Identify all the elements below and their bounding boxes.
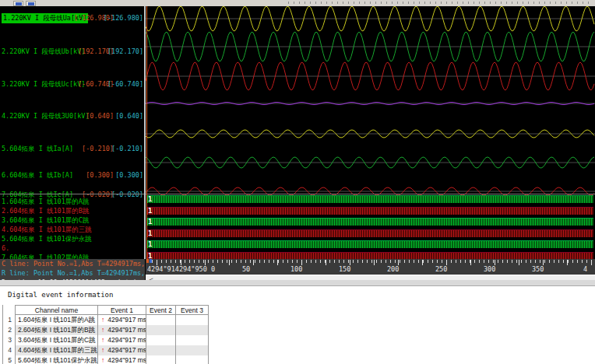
table-cell: 4.604拓泉 I 线101屏的三跳 <box>16 345 98 355</box>
digital-state-bar: 1 <box>147 195 593 203</box>
major-tick <box>229 260 230 265</box>
time-ruler[interactable]: 4294"914294"950 0501001502002503003504 <box>146 259 595 275</box>
table-cell <box>176 325 209 335</box>
table-row[interactable]: 33.604拓泉 I 线101屏的C跳↑4294"917 ms <box>5 335 209 345</box>
table-cell <box>176 335 209 345</box>
analog-channel-row[interactable]: 2.220KV I 段母线Ub[kV][192.170][192.170] <box>0 47 145 57</box>
row-number <box>5 305 15 315</box>
table-cell <box>146 355 176 364</box>
channel-label: 2.220KV I 段母线Ub[kV] <box>2 47 85 57</box>
time-label: 350 <box>532 265 544 273</box>
analog-digital-divider <box>0 194 595 194</box>
event-info-section: Digital event information Channel nameEv… <box>0 286 595 364</box>
digital-state-bar: 1 <box>147 218 593 226</box>
time-label: 200 <box>387 265 399 273</box>
value-secondary: [0.640] <box>115 111 143 121</box>
major-tick <box>157 260 157 265</box>
digital-channel-row[interactable]: 2.604拓泉 I 线101屏的B跳 <box>0 206 145 215</box>
table-cell <box>146 345 176 355</box>
time-label: 150 <box>339 265 350 273</box>
major-tick <box>181 260 181 265</box>
major-tick <box>277 260 278 265</box>
row-number: 1 <box>5 315 15 325</box>
cursor-c-flag <box>146 259 149 263</box>
major-tick <box>591 260 592 265</box>
analog-channel-row[interactable]: 4.220KV I 段母线3U0[kV][0.640][0.640] <box>0 111 145 121</box>
row-number: 4 <box>5 345 15 355</box>
analog-channel-row[interactable]: 6.604拓泉 I 线Ib[A][0.300][0.300] <box>0 170 145 180</box>
ruler-fragment <box>288 2 592 4</box>
value-secondary: [0.300] <box>115 170 143 180</box>
digital-channel-row[interactable]: 5.604拓泉 I 线101保护永跳 <box>0 234 145 243</box>
value-secondary: [-60.740] <box>107 79 143 89</box>
analog-channel-row[interactable]: 3.220KV I 段母线Uc[kV][-60.740][-60.740] <box>0 79 145 89</box>
table-cell <box>176 315 209 325</box>
state-value: 1 <box>148 252 152 259</box>
table-cell: ↑4294"917 ms <box>98 345 146 355</box>
value-secondary: [-0.210] <box>111 144 143 154</box>
table-cell: 2.604拓泉 I 线101屏的B跳 <box>16 325 98 335</box>
major-tick <box>543 260 544 265</box>
table-cell: ↑4294"917 ms <box>98 315 146 325</box>
section-title: Digital event information <box>8 291 113 299</box>
time-label: 250 <box>435 265 447 273</box>
major-tick <box>350 260 350 265</box>
time-label: 4294"914294"950 0 <box>147 265 215 273</box>
value-secondary: [192.170] <box>107 47 143 57</box>
major-tick <box>567 260 568 265</box>
row-number: 5 <box>5 355 15 364</box>
panel-divider[interactable] <box>144 6 146 259</box>
r-line-status: R line: Point No.=1,Abs T=4294917ms, Rel… <box>0 268 145 278</box>
digital-channel-row[interactable]: 1.604拓泉 I 线101屏的A跳 <box>0 197 145 206</box>
major-tick <box>422 260 423 265</box>
major-tick <box>374 260 375 265</box>
table-cell: ↑4294"917 ms <box>98 325 146 335</box>
table-row[interactable]: 22.604拓泉 I 线101屏的B跳↑4294"917 ms <box>5 325 209 335</box>
cursor-line-c[interactable] <box>146 6 147 259</box>
table-row[interactable]: 44.604拓泉 I 线101屏的三跳↑4294"917 ms <box>5 345 209 355</box>
c-line-status: C line: Point No.=1,Abs T=4294917ms, Rel… <box>0 259 145 268</box>
toolbar-glyph-icon <box>16 2 22 5</box>
digital-channel-row[interactable]: 3.604拓泉 I 线101屏的C跳 <box>0 215 145 225</box>
state-value: 1 <box>148 218 152 226</box>
event-rise-icon: ↑ <box>101 346 104 354</box>
major-tick <box>446 260 447 265</box>
table-header-row: Channel nameEvent 1Event 2Event 3 <box>5 305 209 315</box>
table-cell: 5.604拓泉 I 线101保护永跳 <box>16 355 98 364</box>
table-cell <box>146 325 176 335</box>
table-cell: Event 3 <box>176 306 209 314</box>
digital-channel-row[interactable]: 7.604拓泉 I 线102屏的A跳 <box>0 253 145 259</box>
time-label: 100 <box>290 265 302 273</box>
event-rise-icon: ↑ <box>101 336 104 344</box>
toolbar-glyph-icon <box>28 2 34 5</box>
waveform-plot-area[interactable]: 111111 <box>146 6 595 259</box>
table-cell <box>146 335 176 345</box>
major-tick <box>495 260 495 265</box>
table-row[interactable]: 11.604拓泉 I 线101屏的A跳↑4294"917 ms <box>5 315 209 325</box>
value-primary: [0.300] <box>86 170 114 180</box>
state-value: 1 <box>148 195 152 204</box>
row-number: 3 <box>5 335 15 345</box>
digital-event-table: Channel nameEvent 1Event 2Event 311.604拓… <box>5 305 209 364</box>
value-primary: [-0.210] <box>82 144 114 154</box>
digital-state-bar: 1 <box>147 229 593 237</box>
table-cell <box>176 345 209 355</box>
waveform-main-area: 1.220KV I 段母线Ua[kV][-126.980][-126.980]2… <box>0 6 595 286</box>
toolbar-button-icon[interactable] <box>13 1 23 6</box>
table-row[interactable]: 55.604拓泉 I 线101保护永跳↑4294"917 ms <box>5 355 209 364</box>
toolbar-button-icon[interactable] <box>26 1 36 6</box>
channel-label: 5.604拓泉 I 线Ia[A] <box>2 144 73 154</box>
value-primary: [0.640] <box>86 111 114 121</box>
channel-label: 3.220KV I 段母线Uc[kV] <box>2 79 85 89</box>
digital-channel-row[interactable]: 4.604拓泉 I 线101屏的三跳 <box>0 225 145 234</box>
channel-label: 6.604拓泉 I 线Ib[A] <box>2 170 73 180</box>
separator-strip <box>0 280 595 286</box>
event-rise-icon: ↑ <box>101 316 104 324</box>
analog-channel-row[interactable]: 1.220KV I 段母线Ua[kV][-126.980][-126.980] <box>0 13 145 23</box>
table-cell: ↑4294"917 ms <box>98 335 146 345</box>
table-cell: ↑4294"917 ms <box>98 355 146 364</box>
state-value: 1 <box>148 229 152 238</box>
analog-channel-row[interactable]: 5.604拓泉 I 线Ia[A][-0.210][-0.210] <box>0 144 145 154</box>
digital-channel-row[interactable]: 6. <box>0 243 145 253</box>
toolbar-strip <box>0 0 595 6</box>
